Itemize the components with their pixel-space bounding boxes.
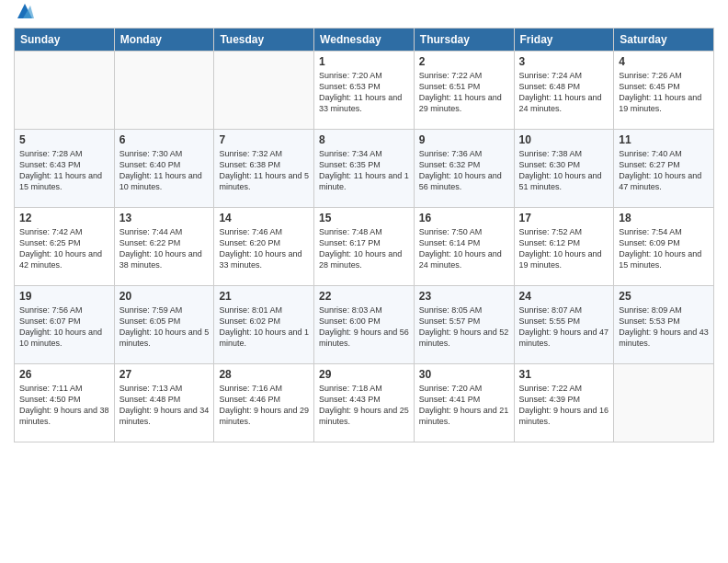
calendar-cell: 22Sunrise: 8:03 AM Sunset: 6:00 PM Dayli… [314,286,415,364]
calendar-cell: 28Sunrise: 7:16 AM Sunset: 4:46 PM Dayli… [214,364,314,442]
day-number: 27 [119,368,210,381]
day-number: 2 [419,55,509,68]
day-number: 24 [519,290,609,303]
calendar-week-2: 5Sunrise: 7:28 AM Sunset: 6:43 PM Daylig… [15,130,714,208]
day-info: Sunrise: 7:24 AM Sunset: 6:48 PM Dayligh… [519,70,609,115]
day-number: 26 [19,368,109,381]
calendar-header-row: Sunday Monday Tuesday Wednesday Thursday… [15,29,714,52]
logo-text [14,9,34,20]
calendar-cell: 3Sunrise: 7:24 AM Sunset: 6:48 PM Daylig… [514,52,614,130]
day-number: 21 [219,290,309,303]
calendar-cell: 19Sunrise: 7:56 AM Sunset: 6:07 PM Dayli… [15,286,115,364]
day-info: Sunrise: 7:13 AM Sunset: 4:48 PM Dayligh… [119,383,210,428]
calendar-cell [114,52,214,130]
day-info: Sunrise: 7:48 AM Sunset: 6:17 PM Dayligh… [319,226,409,271]
col-wednesday: Wednesday [314,29,415,52]
day-info: Sunrise: 7:38 AM Sunset: 6:30 PM Dayligh… [519,148,609,193]
calendar-cell: 25Sunrise: 8:09 AM Sunset: 5:53 PM Dayli… [614,286,714,364]
calendar-cell: 31Sunrise: 7:22 AM Sunset: 4:39 PM Dayli… [514,364,614,442]
calendar-cell: 7Sunrise: 7:32 AM Sunset: 6:38 PM Daylig… [214,130,314,208]
day-info: Sunrise: 8:01 AM Sunset: 6:02 PM Dayligh… [219,304,309,350]
day-info: Sunrise: 8:07 AM Sunset: 5:55 PM Dayligh… [519,304,609,350]
day-info: Sunrise: 7:32 AM Sunset: 6:38 PM Dayligh… [219,148,309,193]
day-info: Sunrise: 7:22 AM Sunset: 4:39 PM Dayligh… [519,383,609,428]
day-number: 6 [119,133,210,146]
day-info: Sunrise: 8:03 AM Sunset: 6:00 PM Dayligh… [319,304,409,350]
day-info: Sunrise: 7:16 AM Sunset: 4:46 PM Dayligh… [219,383,309,428]
day-info: Sunrise: 7:50 AM Sunset: 6:14 PM Dayligh… [419,226,509,271]
calendar-week-3: 12Sunrise: 7:42 AM Sunset: 6:25 PM Dayli… [15,208,714,286]
day-number: 1 [319,55,409,68]
day-info: Sunrise: 8:09 AM Sunset: 5:53 PM Dayligh… [619,304,709,350]
day-number: 10 [519,133,609,146]
calendar-cell: 9Sunrise: 7:36 AM Sunset: 6:32 PM Daylig… [414,130,514,208]
logo-icon [16,2,34,20]
day-number: 9 [419,133,509,146]
day-number: 30 [419,368,509,381]
calendar-cell: 5Sunrise: 7:28 AM Sunset: 6:43 PM Daylig… [15,130,115,208]
day-number: 19 [19,290,109,303]
page: Sunday Monday Tuesday Wednesday Thursday… [0,0,728,563]
day-number: 5 [19,133,109,146]
day-number: 28 [219,368,309,381]
col-monday: Monday [114,29,214,52]
header [14,9,714,20]
day-info: Sunrise: 7:20 AM Sunset: 4:41 PM Dayligh… [419,383,509,428]
day-number: 18 [619,212,709,224]
col-tuesday: Tuesday [214,29,314,52]
day-number: 31 [519,368,609,381]
calendar-cell [214,52,314,130]
col-sunday: Sunday [15,29,115,52]
calendar-cell: 13Sunrise: 7:44 AM Sunset: 6:22 PM Dayli… [114,208,214,286]
calendar-cell: 4Sunrise: 7:26 AM Sunset: 6:45 PM Daylig… [614,52,714,130]
day-number: 12 [19,212,109,224]
calendar-cell [15,52,115,130]
day-number: 15 [319,212,409,224]
day-info: Sunrise: 7:42 AM Sunset: 6:25 PM Dayligh… [19,226,109,271]
calendar-cell: 8Sunrise: 7:34 AM Sunset: 6:35 PM Daylig… [314,130,415,208]
day-info: Sunrise: 7:30 AM Sunset: 6:40 PM Dayligh… [119,148,210,193]
calendar-cell: 18Sunrise: 7:54 AM Sunset: 6:09 PM Dayli… [614,208,714,286]
day-number: 8 [319,133,409,146]
day-info: Sunrise: 7:20 AM Sunset: 6:53 PM Dayligh… [319,70,409,115]
calendar-cell: 21Sunrise: 8:01 AM Sunset: 6:02 PM Dayli… [214,286,314,364]
day-number: 14 [219,212,309,224]
calendar-cell: 2Sunrise: 7:22 AM Sunset: 6:51 PM Daylig… [414,52,514,130]
day-number: 16 [419,212,509,224]
calendar-week-4: 19Sunrise: 7:56 AM Sunset: 6:07 PM Dayli… [15,286,714,364]
day-info: Sunrise: 7:56 AM Sunset: 6:07 PM Dayligh… [19,304,109,350]
calendar-cell: 17Sunrise: 7:52 AM Sunset: 6:12 PM Dayli… [514,208,614,286]
day-number: 29 [319,368,409,381]
day-info: Sunrise: 7:22 AM Sunset: 6:51 PM Dayligh… [419,70,509,115]
col-thursday: Thursday [414,29,514,52]
calendar-cell: 6Sunrise: 7:30 AM Sunset: 6:40 PM Daylig… [114,130,214,208]
day-number: 7 [219,133,309,146]
day-info: Sunrise: 8:05 AM Sunset: 5:57 PM Dayligh… [419,304,509,350]
calendar-cell: 12Sunrise: 7:42 AM Sunset: 6:25 PM Dayli… [15,208,115,286]
calendar-week-5: 26Sunrise: 7:11 AM Sunset: 4:50 PM Dayli… [15,364,714,442]
day-number: 17 [519,212,609,224]
calendar-cell [614,364,714,442]
day-info: Sunrise: 7:36 AM Sunset: 6:32 PM Dayligh… [419,148,509,193]
day-number: 13 [119,212,210,224]
calendar-week-1: 1Sunrise: 7:20 AM Sunset: 6:53 PM Daylig… [15,52,714,130]
day-info: Sunrise: 7:34 AM Sunset: 6:35 PM Dayligh… [319,148,409,193]
calendar-cell: 29Sunrise: 7:18 AM Sunset: 4:43 PM Dayli… [314,364,415,442]
day-number: 20 [119,290,210,303]
day-number: 3 [519,55,609,68]
day-info: Sunrise: 7:54 AM Sunset: 6:09 PM Dayligh… [619,226,709,271]
col-friday: Friday [514,29,614,52]
day-number: 4 [619,55,709,68]
day-number: 25 [619,290,709,303]
calendar-cell: 11Sunrise: 7:40 AM Sunset: 6:27 PM Dayli… [614,130,714,208]
calendar-cell: 26Sunrise: 7:11 AM Sunset: 4:50 PM Dayli… [15,364,115,442]
calendar-cell: 10Sunrise: 7:38 AM Sunset: 6:30 PM Dayli… [514,130,614,208]
day-info: Sunrise: 7:28 AM Sunset: 6:43 PM Dayligh… [19,148,109,193]
calendar-cell: 15Sunrise: 7:48 AM Sunset: 6:17 PM Dayli… [314,208,415,286]
day-info: Sunrise: 7:59 AM Sunset: 6:05 PM Dayligh… [119,304,210,350]
calendar-cell: 24Sunrise: 8:07 AM Sunset: 5:55 PM Dayli… [514,286,614,364]
day-info: Sunrise: 7:46 AM Sunset: 6:20 PM Dayligh… [219,226,309,271]
calendar-cell: 27Sunrise: 7:13 AM Sunset: 4:48 PM Dayli… [114,364,214,442]
col-saturday: Saturday [614,29,714,52]
day-number: 23 [419,290,509,303]
